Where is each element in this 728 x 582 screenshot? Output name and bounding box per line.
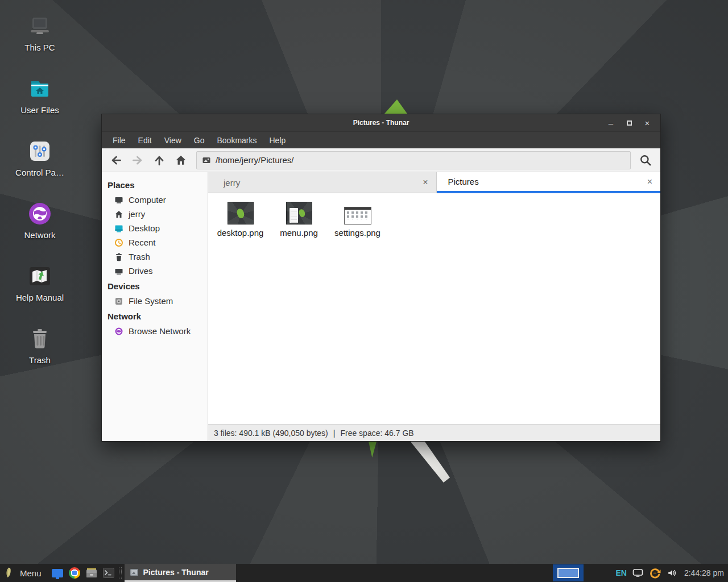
update-icon[interactable] (649, 567, 661, 579)
sidebar-item-desktop[interactable]: Desktop (102, 221, 208, 235)
toolbar: /home/jerry/Pictures/ (102, 148, 660, 172)
launcher-show-desktop[interactable] (49, 564, 66, 582)
sidebar-item-label: Drives (129, 266, 153, 276)
sidebar-item-jerry[interactable]: jerry (102, 207, 208, 221)
taskbar-separator (119, 567, 122, 579)
desktop-icon-label: Help Manual (9, 293, 71, 302)
tab-jerry[interactable]: jerry × (208, 172, 437, 193)
launcher-terminal[interactable] (100, 564, 117, 582)
sidebar-item-label: Browse Network (129, 326, 191, 336)
recent-clock-icon (114, 238, 123, 247)
globe-icon (114, 327, 123, 336)
sidebar-item-label: jerry (129, 209, 145, 219)
menu-help[interactable]: Help (263, 132, 292, 149)
file-name: menu.png (280, 228, 318, 238)
tab-label: jerry (224, 178, 240, 188)
menu-edit[interactable]: Edit (132, 132, 158, 149)
back-arrow-icon (110, 154, 122, 167)
menu-button-label: Menu (20, 568, 42, 578)
tab-label: Pictures (448, 177, 479, 186)
desktop-icon-label: Network (9, 230, 71, 240)
desktop-icon-label: This PC (9, 43, 71, 52)
sidebar-item-drives[interactable]: Drives (102, 264, 208, 278)
tab-close-icon[interactable]: × (647, 177, 652, 186)
home-icon (175, 154, 187, 167)
file-settings-png[interactable]: settings.png (328, 199, 387, 238)
main-pane: jerry × Pictures × desktop.png (208, 172, 660, 441)
path-bar[interactable]: /home/jerry/Pictures/ (196, 151, 631, 169)
taskbar: Menu Pictures - Thunar (0, 564, 728, 582)
active-workspace[interactable] (557, 568, 579, 578)
window-content: Places Computer jerry (102, 172, 660, 441)
laptop-icon (27, 14, 52, 39)
sidebar-header-network: Network (102, 308, 208, 324)
computer-icon (114, 196, 123, 205)
sidebar-item-computer[interactable]: Computer (102, 193, 208, 207)
file-desktop-png[interactable]: desktop.png (211, 199, 270, 238)
up-button[interactable] (148, 151, 170, 170)
titlebar[interactable]: Pictures - Thunar – × (102, 114, 660, 131)
file-name: desktop.png (217, 228, 264, 238)
workspace-switcher[interactable] (553, 564, 584, 581)
menubar: File Edit View Go Bookmarks Help (102, 131, 660, 148)
file-manager-icon (85, 567, 98, 579)
search-button[interactable] (634, 151, 657, 170)
window-title: Pictures - Thunar (102, 119, 660, 127)
volume-icon[interactable] (667, 568, 677, 578)
launcher-file-manager[interactable] (83, 564, 100, 582)
taskbar-task-pictures-thunar[interactable]: Pictures - Thunar (125, 564, 236, 582)
clock[interactable]: 2:44:28 pm (684, 568, 724, 577)
sidebar-item-label: Computer (129, 195, 166, 205)
menu-file[interactable]: File (106, 132, 132, 149)
image-file-icon (202, 156, 211, 165)
system-tray: EN 2:44:28 pm (615, 567, 728, 579)
desktop-icon-user-files[interactable]: User Files (9, 76, 71, 115)
home-folder-icon (27, 76, 52, 101)
sidebar-item-label: File System (129, 296, 173, 306)
desktop-monitor-icon (114, 224, 123, 233)
back-button[interactable] (105, 151, 127, 170)
menu-view[interactable]: View (158, 132, 188, 149)
filesystem-drive-icon (114, 297, 123, 306)
desktop-icon-help-manual[interactable]: Help Manual (9, 264, 71, 302)
desktop-icon-control-panel[interactable]: Control Pa… (9, 139, 71, 177)
launcher-chrome[interactable] (66, 564, 83, 582)
sidebar-header-devices: Devices (102, 278, 208, 294)
drives-icon (114, 267, 123, 276)
desktop-icon-this-pc[interactable]: This PC (9, 14, 71, 52)
show-desktop-icon (52, 569, 63, 577)
minimize-button[interactable]: – (606, 118, 616, 128)
sidebar-item-label: Recent (129, 238, 156, 247)
trash-icon (114, 252, 123, 261)
desktop-icon-network[interactable]: Network (9, 201, 71, 240)
forward-button[interactable] (127, 151, 148, 170)
menu-bookmarks[interactable]: Bookmarks (210, 132, 263, 149)
sidebar-item-label: Desktop (129, 223, 160, 233)
desktop-icon-label: User Files (9, 105, 71, 115)
desktop-icon-trash[interactable]: Trash (9, 326, 71, 365)
keyboard-layout-indicator[interactable]: EN (615, 568, 626, 577)
file-grid[interactable]: desktop.png menu.png (208, 193, 660, 424)
tab-close-icon[interactable]: × (423, 178, 428, 187)
trash-can-icon (27, 326, 52, 351)
mint-menu-thumbnail (286, 202, 312, 225)
mint-desktop-thumbnail (228, 202, 254, 225)
search-icon (639, 153, 652, 167)
sidebar-item-browse-network[interactable]: Browse Network (102, 324, 208, 338)
file-menu-png[interactable]: menu.png (270, 199, 328, 238)
sidebar-item-file-system[interactable]: File System (102, 294, 208, 308)
menu-go[interactable]: Go (188, 132, 211, 149)
tab-pictures[interactable]: Pictures × (437, 172, 661, 193)
forward-arrow-icon (131, 154, 144, 167)
close-button[interactable]: × (642, 118, 652, 128)
minimize-icon: – (609, 118, 613, 128)
display-icon[interactable] (632, 568, 643, 577)
sidebar-item-recent[interactable]: Recent (102, 235, 208, 250)
sidebar-item-trash[interactable]: Trash (102, 250, 208, 264)
sidebar: Places Computer jerry (102, 172, 208, 441)
home-button[interactable] (170, 151, 192, 170)
desktop-icon-label: Trash (9, 355, 71, 365)
maximize-button[interactable] (624, 118, 634, 128)
menu-button[interactable]: Menu (0, 564, 49, 582)
sidebar-item-label: Trash (129, 252, 150, 261)
